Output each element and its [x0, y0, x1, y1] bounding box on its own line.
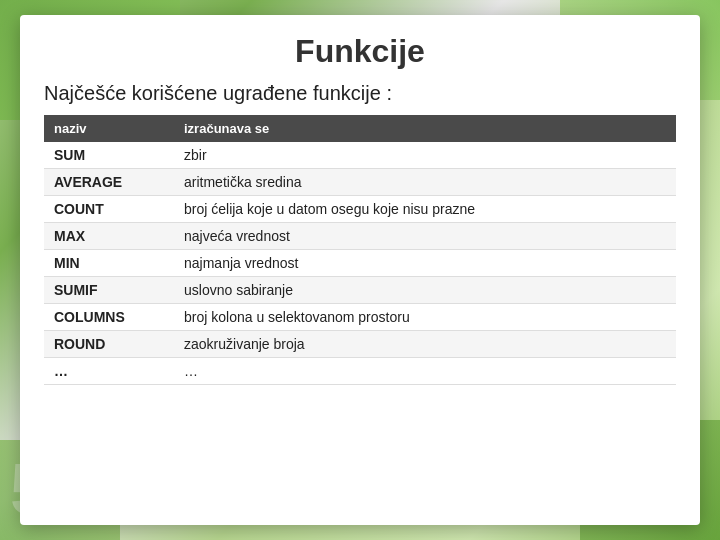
cell-function-name: ROUND — [44, 331, 174, 358]
table-body: SUMzbirAVERAGEaritmetička sredinaCOUNTbr… — [44, 142, 676, 385]
table-row: SUMIFuslovno sabiranje — [44, 277, 676, 304]
cell-function-desc: broj ćelija koje u datom osegu koje nisu… — [174, 196, 676, 223]
header-row: naziv izračunava se — [44, 115, 676, 142]
table-row: …… — [44, 358, 676, 385]
cell-function-name: MAX — [44, 223, 174, 250]
table-row: SUMzbir — [44, 142, 676, 169]
table-row: MINnajmanja vrednost — [44, 250, 676, 277]
table-header: naziv izračunava se — [44, 115, 676, 142]
slide-subtitle: Najčešće korišćene ugrađene funkcije : — [44, 82, 676, 105]
cell-function-desc: najmanja vrednost — [174, 250, 676, 277]
table-row: COLUMNSbroj kolona u selektovanom prosto… — [44, 304, 676, 331]
cell-function-desc: uslovno sabiranje — [174, 277, 676, 304]
cell-function-desc: zbir — [174, 142, 676, 169]
cell-function-name: COUNT — [44, 196, 174, 223]
slide-container: Funkcije Najčešće korišćene ugrađene fun… — [20, 15, 700, 525]
table-row: MAXnajveća vrednost — [44, 223, 676, 250]
cell-function-name: MIN — [44, 250, 174, 277]
table-row: COUNTbroj ćelija koje u datom osegu koje… — [44, 196, 676, 223]
cell-function-name: SUM — [44, 142, 174, 169]
functions-table: naziv izračunava se SUMzbirAVERAGEaritme… — [44, 115, 676, 385]
cell-function-name: AVERAGE — [44, 169, 174, 196]
cell-function-desc: broj kolona u selektovanom prostoru — [174, 304, 676, 331]
cell-function-desc: aritmetička sredina — [174, 169, 676, 196]
cell-function-desc: … — [174, 358, 676, 385]
cell-function-name: COLUMNS — [44, 304, 174, 331]
cell-function-name: SUMIF — [44, 277, 174, 304]
cell-function-desc: najveća vrednost — [174, 223, 676, 250]
header-col-naziv: naziv — [44, 115, 174, 142]
slide-title: Funkcije — [44, 33, 676, 70]
cell-function-name: … — [44, 358, 174, 385]
header-col-izracunava: izračunava se — [174, 115, 676, 142]
table-row: AVERAGEaritmetička sredina — [44, 169, 676, 196]
cell-function-desc: zaokruživanje broja — [174, 331, 676, 358]
table-row: ROUNDzaokruživanje broja — [44, 331, 676, 358]
